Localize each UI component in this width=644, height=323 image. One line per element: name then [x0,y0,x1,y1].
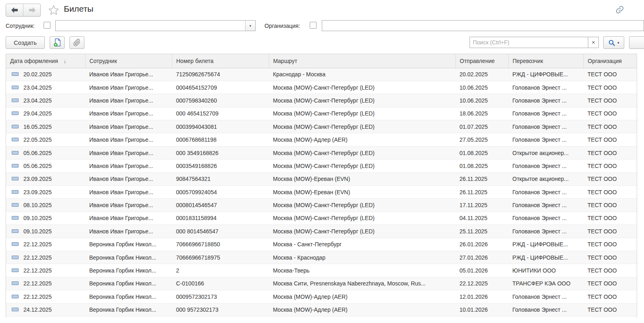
employee-filter-label: Сотрудник: [6,23,35,29]
create-button[interactable]: Создать [6,36,45,49]
column-header-departure[interactable]: Отправление [455,54,508,68]
chevron-down-icon: ▾ [250,24,252,28]
document-icon [12,177,19,180]
cell-ticket: 0006768681198 [172,133,269,146]
table-row[interactable]: 05.06.2025Иванов Иван Григорье...000 354… [6,146,637,159]
column-header-employee[interactable]: Сотрудник [85,54,172,68]
table-row[interactable]: 22.12.2025Вероника Горбик Никол...000957… [6,290,637,303]
cell-org: ТЕСТ ООО [583,264,637,277]
cell-org: ТЕСТ ООО [583,159,637,172]
new-document-button[interactable] [50,36,65,49]
cell-employee: Вероника Горбик Никол... [85,290,172,303]
cell-carrier: Голованов Эрнест ... [508,186,583,199]
organization-filter-checkbox[interactable] [310,22,317,29]
forward-button[interactable] [23,4,40,16]
column-header-route[interactable]: Маршрут [269,54,455,68]
column-header-date[interactable]: Дата оформления↓ [6,54,85,68]
chevron-down-icon: ▾ [617,41,619,45]
cell-route: Москва (MOW)-Санкт-Петербург (LED) [269,159,455,172]
column-header-label: Маршрут [273,58,298,64]
clear-search-button[interactable]: × [588,37,599,48]
cell-employee: Иванов Иван Григорье... [85,120,172,133]
table-row[interactable]: 23.04.2025Иванов Иван Григорье...0007598… [6,94,637,107]
cell-route: Москва (MOW)-Ереван (EVN) [269,172,455,185]
document-icon [12,125,19,128]
cell-carrier: Голованов Эрнест ... [508,133,583,146]
table-row[interactable]: 08.10.2025Иванов Иван Григорье...0008014… [6,199,637,212]
attachments-button[interactable] [69,36,84,49]
table-row[interactable]: 24.12.2025Вероника Горбик Никол...000 95… [6,303,637,316]
table-row[interactable]: 22.12.2025Вероника Горбик Никол...706669… [6,238,637,251]
table-row[interactable]: 16.05.2025Иванов Иван Григорье...0003994… [6,120,637,133]
table-row[interactable]: 09.10.2025Иванов Иван Григорье...000 801… [6,225,637,238]
employee-filter-checkbox[interactable] [44,22,50,29]
cell-ticket: 0004654152709 [172,81,269,94]
cell-departure: 20.02.2025 [455,68,508,81]
cell-org: ТЕСТ ООО [583,199,637,212]
table-row[interactable]: 22.12.2025Вероника Горбик Никол...2Москв… [6,264,637,277]
cell-date: 24.12.2025 [6,303,85,316]
cell-employee: Иванов Иван Григорье... [85,94,172,107]
document-icon [12,111,19,115]
cell-date: 09.10.2025 [6,212,85,224]
cell-carrier: Голованов Эрнест ... [508,120,583,133]
cell-departure: 05.01.2026 [455,264,508,277]
cell-date-text: 23.09.2025 [23,189,52,195]
table-row[interactable]: 05.06.2025Иванов Иван Григорье...0003549… [6,159,637,172]
cell-ticket: 0008014546547 [172,199,269,212]
cell-employee: Иванов Иван Григорье... [85,159,172,172]
cell-route: Москва-Тверь [269,264,455,277]
cell-employee: Вероника Горбик Никол... [85,303,172,316]
cell-date: 22.12.2025 [6,238,85,251]
arrow-right-icon [29,7,36,13]
back-button[interactable] [6,4,23,16]
cell-employee: Вероника Горбик Никол... [85,251,172,264]
table-row[interactable]: 22.05.2025Иванов Иван Григорье...0006768… [6,133,637,146]
employee-filter-dropdown-button[interactable]: ▾ [245,21,255,31]
cell-org: ТЕСТ ООО [583,251,637,264]
document-icon [12,256,19,259]
cell-departure: 01.07.2025 [455,120,508,133]
cell-carrier: Голованов Эрнест ... [508,94,583,107]
cell-date-text: 22.05.2025 [23,136,52,143]
cell-date-text: 23.04.2025 [23,84,52,91]
cell-carrier: ЮНИТИКИ ООО [508,264,583,277]
column-header-label: Дата оформления [10,58,58,64]
organization-filter-label: Организация: [264,23,300,29]
table-row[interactable]: 20.02.2025Иванов Иван Григорье...7125096… [6,68,637,81]
cell-departure: 18.06.2025 [455,107,508,120]
employee-filter-input[interactable] [56,21,245,31]
search-input[interactable] [470,37,588,48]
cell-org: ТЕСТ ООО [583,172,637,185]
cell-ticket: 2 [172,264,269,277]
search-button[interactable]: ▾ [603,36,624,49]
cell-date: 05.06.2025 [6,146,85,159]
cell-carrier: Открытое акционер... [508,172,583,185]
cell-route: Москва (MOW)-Санкт-Петербург (LED) [269,94,455,107]
column-header-org[interactable]: Организация [583,54,637,68]
table-row[interactable]: 23.09.2025Иванов Иван Григорье...9084756… [6,172,637,185]
organization-filter-input[interactable] [322,20,644,31]
cell-route: Москва (MOW)-Адлер (AER) [269,133,455,146]
column-header-carrier[interactable]: Перевозчик [508,54,583,68]
copy-link-icon[interactable] [615,5,624,14]
table-row[interactable]: 29.04.2025Иванов Иван Григорье...000 465… [6,107,637,120]
table-row[interactable]: 22.12.2025Вероника Горбик Никол...706669… [6,251,637,264]
column-header-ticket[interactable]: Номер билета [172,54,269,68]
cell-date-text: 23.04.2025 [23,97,52,104]
favorite-star-icon[interactable] [48,4,59,16]
table-row[interactable]: 23.04.2025Иванов Иван Григорье...0004654… [6,81,637,94]
cell-route: Москва (MOW)-Адлер (AER) [269,303,455,316]
cell-carrier: Открытое акционер... [508,146,583,159]
document-icon [12,242,19,246]
cell-date: 22.05.2025 [6,133,85,146]
cell-date: 22.12.2025 [6,290,85,303]
cell-route: Москва - Краснодар [269,251,455,264]
cell-carrier: Голованов Эрнест ... [508,290,583,303]
table-row[interactable]: 23.09.2025Иванов Иван Григорье...0005709… [6,186,637,199]
cell-departure: 27.01.2026 [455,251,508,264]
table-row[interactable]: 09.10.2025Иванов Иван Григорье...0001831… [6,212,637,224]
more-actions-button[interactable] [629,36,644,49]
table-row[interactable]: 22.12.2025Вероника Горбик Никол...C-0100… [6,277,637,290]
cell-ticket: 0007598340260 [172,94,269,107]
